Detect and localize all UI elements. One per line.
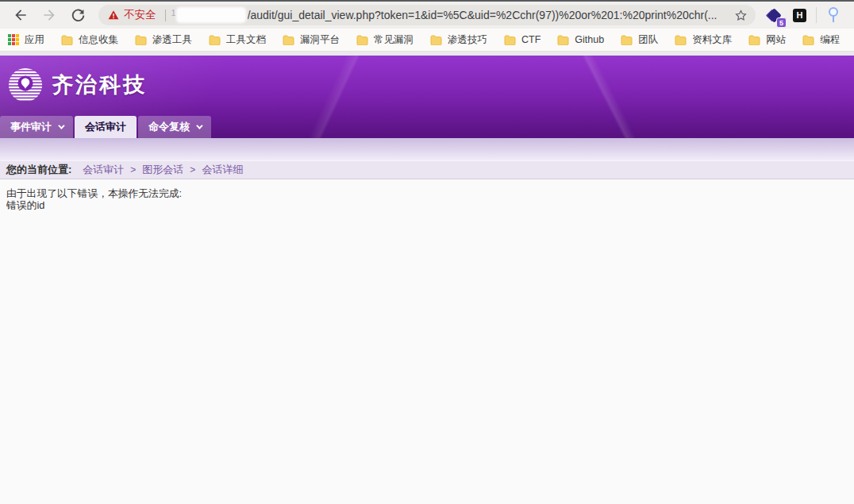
extensions-area: 5 H <box>760 6 846 25</box>
bookmark-label: 网站 <box>766 33 786 47</box>
bookmark-label: CTF <box>521 34 540 45</box>
bookmark-folder[interactable]: 网站 <box>748 33 786 47</box>
folder-icon <box>748 35 760 45</box>
extension-pin-icon[interactable] <box>826 6 841 25</box>
subnav-strip <box>0 138 854 160</box>
extension-badge: 5 <box>776 17 787 28</box>
bookmark-label: 工具文档 <box>226 33 266 47</box>
bookmark-folder[interactable]: 编程 <box>802 33 840 47</box>
folder-icon <box>621 35 633 45</box>
bookmark-star-icon[interactable] <box>734 9 748 22</box>
tab-session-audit[interactable]: 会话审计 <box>75 116 137 138</box>
extension-hackbar-icon[interactable]: H <box>793 9 806 22</box>
bookmark-label: 编程 <box>820 33 840 47</box>
folder-icon <box>209 35 221 45</box>
bookmark-folder[interactable]: 常见漏洞 <box>356 33 414 47</box>
apps-grid-icon <box>8 34 19 45</box>
redacted-host-hint: 1 <box>171 8 176 17</box>
bookmark-apps[interactable]: 应用 <box>8 33 44 47</box>
bookmark-label: 常见漏洞 <box>374 33 414 47</box>
bookmark-folder[interactable]: 渗透工具 <box>135 33 192 47</box>
tab-label: 会话审计 <box>85 116 126 138</box>
tab-event-audit[interactable]: 事件审计 <box>0 116 73 138</box>
chevron-down-icon <box>58 122 64 129</box>
folder-icon <box>557 35 569 45</box>
tab-label: 命令复核 <box>148 116 190 138</box>
address-bar[interactable]: 不安全 1 /audit/gui_detail_view.php?token=1… <box>98 5 756 25</box>
bookmark-folder[interactable]: 工具文档 <box>209 33 266 47</box>
bookmark-label: Github <box>575 34 604 45</box>
browser-window: 不安全 1 /audit/gui_detail_view.php?token=1… <box>0 0 854 504</box>
brand: 齐治科技 <box>7 67 147 103</box>
tab-command-review[interactable]: 命令复核 <box>138 116 211 138</box>
error-line1: 由于出现了以下错误，本操作无法完成: <box>6 187 848 199</box>
folder-icon <box>61 35 73 45</box>
refresh-icon <box>71 8 86 23</box>
bookmarks-bar: 应用 信息收集 渗透工具 工具文档 漏洞平 <box>0 29 854 52</box>
site-header: 齐治科技 事件审计 会话审计 命令复核 <box>0 56 854 138</box>
arrow-left-icon <box>13 7 29 23</box>
bookmark-folder[interactable]: 渗透技巧 <box>430 33 487 47</box>
brand-name: 齐治科技 <box>52 71 147 99</box>
refresh-button[interactable] <box>68 6 87 25</box>
bookmark-label: 信息收集 <box>79 33 118 47</box>
bookmark-label: 渗透技巧 <box>448 33 487 47</box>
back-button[interactable] <box>11 6 30 25</box>
bookmark-label: 资料文库 <box>692 33 732 47</box>
bookmark-label: 团队 <box>638 33 658 47</box>
bookmark-folder[interactable]: 漏洞平台 <box>283 33 340 47</box>
folder-icon <box>504 35 516 45</box>
bookmark-label: 应用 <box>25 33 44 47</box>
browser-toolbar: 不安全 1 /audit/gui_detail_view.php?token=1… <box>0 0 854 29</box>
address-separator <box>165 10 166 21</box>
content-area: 由于出现了以下错误，本操作无法完成: 错误的id <box>0 179 854 504</box>
brand-logo-icon <box>7 67 44 103</box>
breadcrumb: 您的当前位置: 会话审计图形会话会话详细 <box>0 160 854 179</box>
bookmark-folder[interactable]: CTF <box>504 34 540 45</box>
bookmark-label: 漏洞平台 <box>300 33 340 47</box>
folder-icon <box>356 35 368 45</box>
folder-icon <box>430 35 442 45</box>
folder-icon <box>675 35 687 45</box>
arrow-right-icon <box>41 7 57 23</box>
bookmark-folders: 信息收集 渗透工具 工具文档 漏洞平台 常见漏洞 <box>61 33 854 47</box>
bookmark-folder[interactable]: 团队 <box>621 33 658 47</box>
warning-icon <box>108 10 119 21</box>
breadcrumb-items: 会话审计图形会话会话详细 <box>83 163 243 177</box>
bookmark-folder[interactable]: 资料文库 <box>675 33 732 47</box>
breadcrumb-prefix: 您的当前位置: <box>6 163 71 177</box>
nav-tabs: 事件审计 会话审计 命令复核 <box>0 116 213 138</box>
folder-icon <box>802 35 814 45</box>
folder-icon <box>283 35 294 45</box>
pin-icon <box>826 6 841 25</box>
bookmark-folder[interactable]: 信息收集 <box>61 33 118 47</box>
security-label[interactable]: 不安全 <box>124 8 156 22</box>
error-line2: 错误的id <box>6 199 848 211</box>
extension-proxy-icon[interactable]: 5 <box>766 7 782 23</box>
redacted-host-blur <box>176 7 246 23</box>
tab-label: 事件审计 <box>10 116 52 138</box>
bookmark-folder[interactable]: Github <box>557 34 604 45</box>
folder-icon <box>135 35 147 45</box>
forward-button[interactable] <box>40 6 59 25</box>
breadcrumb-item[interactable]: 图形会话 <box>124 163 183 177</box>
breadcrumb-item[interactable]: 会话详细 <box>183 163 243 177</box>
chevron-down-icon <box>196 122 202 129</box>
breadcrumb-item[interactable]: 会话审计 <box>83 163 124 177</box>
hackbar-h-icon: H <box>793 9 806 22</box>
bookmark-label: 渗透工具 <box>152 33 192 47</box>
url-text: /audit/gui_detail_view.php?token=1&id=%5… <box>248 9 728 21</box>
extensions-divider <box>816 7 817 23</box>
